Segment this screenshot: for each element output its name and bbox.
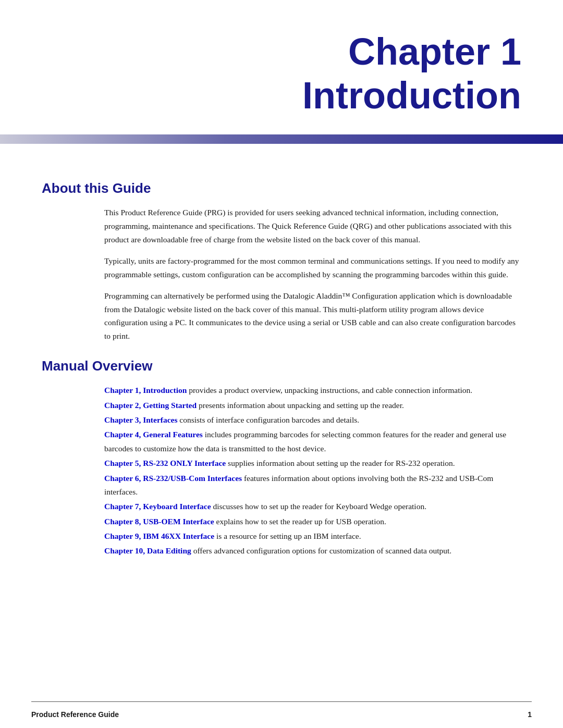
chapter-8-link[interactable]: Chapter 8, USB-OEM Interface <box>104 517 214 526</box>
chapter-10-link[interactable]: Chapter 10, Data Editing <box>104 546 191 555</box>
chapter-2-desc: presents information about unpacking and… <box>197 401 404 410</box>
list-item: Chapter 3, Interfaces consists of interf… <box>104 413 521 427</box>
chapter-list: Chapter 1, Introduction provides a produ… <box>104 384 521 558</box>
page: Chapter 1 Introduction About this Guide … <box>0 0 563 728</box>
list-item: Chapter 2, Getting Started presents info… <box>104 399 521 412</box>
list-item: Chapter 4, General Features includes pro… <box>104 428 521 455</box>
list-item: Chapter 7, Keyboard Interface discusses … <box>104 500 521 513</box>
about-section: About this Guide This Product Reference … <box>42 180 521 342</box>
chapter-1-desc: provides a product overview, unpacking i… <box>187 386 472 394</box>
chapter-9-link[interactable]: Chapter 9, IBM 46XX Interface <box>104 532 214 540</box>
chapter-9-desc: is a resource for setting up an IBM inte… <box>214 532 361 540</box>
about-heading: About this Guide <box>42 180 521 196</box>
chapter-3-desc: consists of interface configuration barc… <box>177 415 359 424</box>
chapter-7-link[interactable]: Chapter 7, Keyboard Interface <box>104 502 211 511</box>
list-item: Chapter 5, RS-232 ONLY Interface supplie… <box>104 456 521 470</box>
header-divider <box>0 134 563 144</box>
list-item: Chapter 6, RS-232/USB-Com Interfaces fea… <box>104 472 521 499</box>
manual-overview-section: Manual Overview Chapter 1, Introduction … <box>42 358 521 558</box>
chapter-5-desc: supplies information about setting up th… <box>226 459 455 467</box>
chapter-header: Chapter 1 Introduction <box>0 0 563 127</box>
chapter-label: Chapter 1 <box>42 31 521 72</box>
list-item: Chapter 8, USB-OEM Interface explains ho… <box>104 515 521 528</box>
footer-page-number: 1 <box>528 710 532 719</box>
about-paragraph-1: This Product Reference Guide (PRG) is pr… <box>104 206 521 246</box>
chapter-4-link[interactable]: Chapter 4, General Features <box>104 430 203 439</box>
content-area: About this Guide This Product Reference … <box>0 144 563 579</box>
about-paragraph-2: Typically, units are factory-programmed … <box>104 254 521 281</box>
chapter-3-link[interactable]: Chapter 3, Interfaces <box>104 415 177 424</box>
about-paragraph-3: Programming can alternatively be perform… <box>104 289 521 342</box>
chapter-7-desc: discusses how to set up the reader for K… <box>211 502 426 511</box>
manual-overview-heading: Manual Overview <box>42 358 521 374</box>
footer-divider <box>31 701 532 702</box>
chapter-5-link[interactable]: Chapter 5, RS-232 ONLY Interface <box>104 459 226 467</box>
list-item: Chapter 10, Data Editing offers advanced… <box>104 544 521 558</box>
divider-gradient-bar <box>0 134 563 144</box>
chapter-title: Introduction <box>42 75 521 116</box>
chapter-8-desc: explains how to set the reader up for US… <box>214 517 386 526</box>
chapter-10-desc: offers advanced configuration options fo… <box>191 546 451 555</box>
chapter-6-link[interactable]: Chapter 6, RS-232/USB-Com Interfaces <box>104 474 242 483</box>
chapter-2-link[interactable]: Chapter 2, Getting Started <box>104 401 197 410</box>
footer-left-text: Product Reference Guide <box>31 710 119 719</box>
footer: Product Reference Guide 1 <box>31 710 532 719</box>
list-item: Chapter 1, Introduction provides a produ… <box>104 384 521 397</box>
list-item: Chapter 9, IBM 46XX Interface is a resou… <box>104 529 521 543</box>
chapter-1-link[interactable]: Chapter 1, Introduction <box>104 386 187 394</box>
